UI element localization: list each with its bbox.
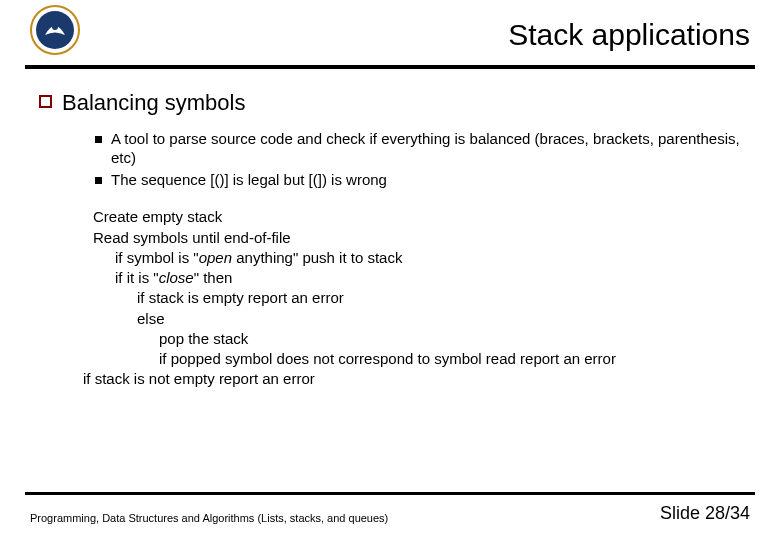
footer-divider [25, 492, 755, 495]
algo-emph: open [199, 249, 232, 266]
page-title: Stack applications [508, 18, 750, 52]
algo-frag: if symbol is " [115, 249, 199, 266]
algorithm-block: Create empty stack Read symbols until en… [93, 207, 750, 389]
algo-line: else [137, 309, 750, 329]
algo-line: if popped symbol does not correspond to … [159, 349, 750, 369]
content-area: Balancing symbols A tool to parse source… [35, 90, 750, 390]
algo-line: if it is "close" then [115, 268, 750, 288]
algo-frag: if it is " [115, 269, 159, 286]
svg-point-2 [52, 24, 58, 30]
solid-square-bullet-icon [95, 177, 102, 184]
sub-bullet-item: The sequence [()] is legal but [(]) is w… [95, 171, 750, 190]
header: Stack applications [0, 0, 780, 68]
main-bullet-text: Balancing symbols [62, 90, 245, 116]
algo-line: if stack is not empty report an error [83, 369, 750, 389]
sub-item-text: A tool to parse source code and check if… [111, 130, 750, 168]
sub-bullet-list: A tool to parse source code and check if… [95, 130, 750, 189]
hollow-square-bullet-icon [39, 95, 52, 108]
algo-frag: anything" push it to stack [232, 249, 402, 266]
sub-item-text: The sequence [()] is legal but [(]) is w… [111, 171, 387, 190]
footer: Programming, Data Structures and Algorit… [30, 503, 750, 524]
slide: Stack applications Balancing symbols A t… [0, 0, 780, 540]
algo-line: pop the stack [159, 329, 750, 349]
footer-slide-number: Slide 28/34 [660, 503, 750, 524]
solid-square-bullet-icon [95, 136, 102, 143]
algo-line: if symbol is "open anything" push it to … [115, 248, 750, 268]
header-divider [25, 65, 755, 69]
footer-course-text: Programming, Data Structures and Algorit… [30, 512, 388, 524]
algo-line: Read symbols until end-of-file [93, 228, 750, 248]
algo-emph: close [159, 269, 194, 286]
main-bullet: Balancing symbols [35, 90, 750, 116]
institution-logo [30, 5, 80, 55]
algo-line: if stack is empty report an error [137, 288, 750, 308]
algo-line: Create empty stack [93, 207, 750, 227]
algo-frag: " then [194, 269, 233, 286]
sub-bullet-item: A tool to parse source code and check if… [95, 130, 750, 168]
